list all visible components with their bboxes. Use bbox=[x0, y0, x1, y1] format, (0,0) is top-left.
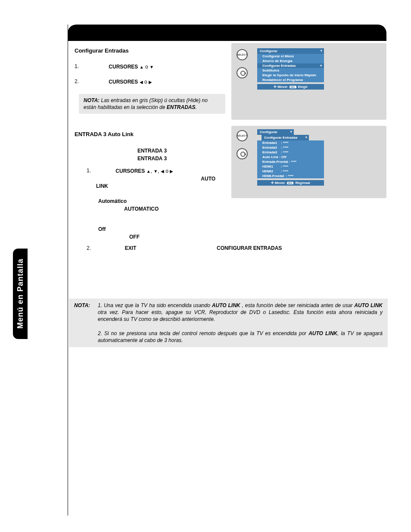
header-bar bbox=[68, 25, 386, 41]
triangle-up-icon bbox=[140, 64, 144, 70]
note-body: 1. Una vez que la TV ha sido encendida u… bbox=[98, 302, 383, 344]
option-off: Off xxxxxxxxxxxxOFF bbox=[98, 226, 230, 241]
section1-step2: 2. xxxxxxxxx CURSORES o bbox=[75, 78, 230, 86]
section1-note: NOTA: Las entradas en gris (Skip) ú ocul… bbox=[79, 94, 225, 114]
triangle-down-icon bbox=[153, 168, 158, 174]
triangle-up-icon bbox=[146, 168, 151, 174]
triangle-left-icon bbox=[140, 79, 143, 85]
section1-step1: 1. xxxxxxxxx CURSORES o bbox=[75, 63, 230, 71]
content-area: Configurar Entradas 1. xxxxxxxxx CURSORE… bbox=[68, 41, 386, 515]
triangle-left-icon bbox=[161, 168, 164, 174]
triangle-right-icon bbox=[149, 79, 152, 85]
section2-intro: ENTRADA 3 ENTRADA 3 bbox=[75, 147, 230, 162]
section2-step2: 2. xxxxxxxxxx EXIT xxxxxxxxxxxxxxxxxxxxx… bbox=[87, 245, 388, 251]
section2-title: ENTRADA 3 Auto Link bbox=[75, 131, 230, 137]
triangle-right-icon bbox=[170, 168, 173, 174]
triangle-down-icon bbox=[149, 64, 154, 70]
section-configurar-entradas: Configurar Entradas 1. xxxxxxxxx CURSORE… bbox=[75, 47, 230, 114]
section2-step1: 1. xxxxxxx CURSORES , , o xxxxxxxxxxxxxx… bbox=[87, 168, 230, 190]
option-automatico: Automático xxxxxxxxxxAUTOMATICO bbox=[98, 198, 230, 213]
side-tab-label: Menú en Pantalla bbox=[16, 258, 25, 329]
section1-title: Configurar Entradas bbox=[75, 47, 230, 54]
side-tab: Menú en Pantalla bbox=[13, 249, 28, 339]
bottom-note: NOTA: 1. Una vez que la TV ha sido encen… bbox=[69, 299, 388, 347]
note-label: NOTA: bbox=[74, 302, 98, 344]
section-entrada3-autolink: ENTRADA 3 Auto Link ENTRADA 3 ENTRADA 3 … bbox=[75, 131, 230, 241]
